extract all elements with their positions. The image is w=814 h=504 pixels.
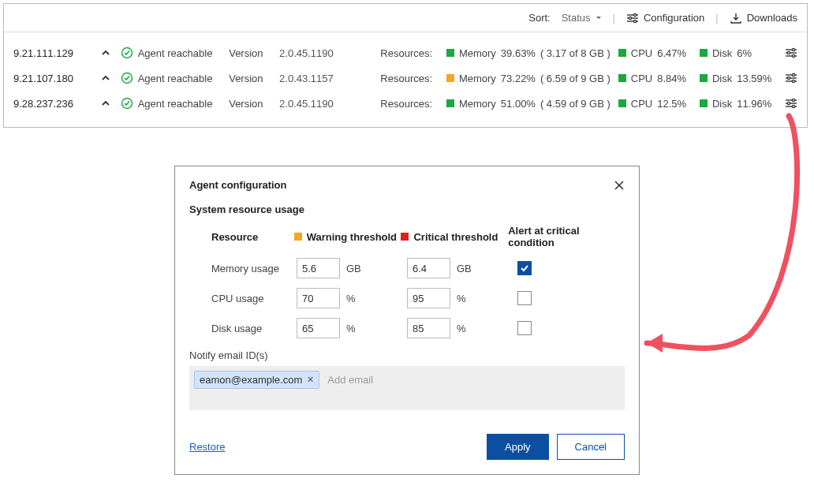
disk-status-icon bbox=[700, 99, 708, 107]
warning-input-group: % bbox=[297, 288, 407, 308]
agent-rows: 9.21.111.129Agent reachableVersion2.0.45… bbox=[4, 32, 807, 127]
agent-config-dialog: Agent configuration System resource usag… bbox=[174, 166, 640, 475]
cpu-metric: CPU6.47% bbox=[618, 47, 692, 59]
disk-status-icon bbox=[700, 49, 708, 57]
cpu-status-icon bbox=[618, 49, 626, 57]
critical-unit: % bbox=[457, 323, 466, 334]
critical-input[interactable] bbox=[407, 318, 450, 338]
email-input[interactable] bbox=[324, 371, 463, 389]
dialog-footer: Restore Apply Cancel bbox=[175, 413, 639, 474]
threshold-label: CPU usage bbox=[211, 293, 297, 304]
warning-input[interactable] bbox=[297, 318, 340, 338]
version-label: Version bbox=[229, 98, 271, 110]
disk-status-icon bbox=[700, 74, 708, 82]
check-circle-icon bbox=[121, 97, 133, 110]
agents-panel: Sort: Status | Configuration | Downloads… bbox=[3, 3, 808, 128]
sliders-icon bbox=[785, 73, 797, 84]
configuration-label: Configuration bbox=[644, 12, 704, 24]
alert-checkbox[interactable] bbox=[517, 321, 532, 335]
svg-point-1 bbox=[633, 13, 636, 16]
sliders-icon bbox=[785, 47, 797, 58]
notify-label: Notify email ID(s) bbox=[189, 349, 625, 361]
agent-status: Agent reachable bbox=[121, 97, 221, 110]
close-button[interactable] bbox=[614, 180, 625, 191]
threshold-label: Disk usage bbox=[211, 323, 297, 334]
alert-checkbox[interactable] bbox=[517, 261, 532, 275]
separator: | bbox=[613, 12, 615, 24]
configuration-button[interactable]: Configuration bbox=[626, 12, 704, 24]
apply-button[interactable]: Apply bbox=[487, 434, 549, 460]
downloads-button[interactable]: Downloads bbox=[730, 12, 797, 24]
svg-point-26 bbox=[792, 105, 794, 107]
warning-color-icon bbox=[294, 233, 302, 241]
alert-cell bbox=[517, 291, 532, 305]
threshold-row: Disk usage%% bbox=[189, 318, 625, 338]
critical-input[interactable] bbox=[407, 288, 450, 308]
memory-status-icon bbox=[446, 74, 454, 82]
agent-status: Agent reachable bbox=[121, 72, 221, 84]
expand-toggle[interactable] bbox=[99, 99, 113, 107]
critical-unit: GB bbox=[457, 263, 472, 274]
threshold-rows: Memory usageGBGBCPU usage%%Disk usage%% bbox=[189, 258, 625, 338]
chevron-down-icon bbox=[596, 15, 602, 21]
expand-toggle[interactable] bbox=[99, 74, 113, 82]
memory-status-icon bbox=[446, 49, 454, 57]
close-icon bbox=[614, 180, 625, 191]
row-config-button[interactable] bbox=[785, 98, 797, 109]
check-circle-icon bbox=[121, 47, 133, 59]
svg-point-17 bbox=[787, 77, 790, 79]
warning-input-group: GB bbox=[297, 258, 407, 278]
email-chip: eamon@example.com ✕ bbox=[194, 371, 319, 389]
download-icon bbox=[730, 13, 742, 24]
agent-row: 9.28.237.236Agent reachableVersion2.0.45… bbox=[4, 91, 807, 116]
sort-value: Status bbox=[562, 12, 591, 24]
email-box[interactable]: eamon@example.com ✕ bbox=[189, 366, 625, 410]
svg-point-24 bbox=[787, 102, 790, 104]
agent-row: 9.21.107.180Agent reachableVersion2.0.43… bbox=[4, 65, 807, 91]
alert-cell bbox=[517, 321, 532, 335]
memory-metric: Memory51.00%( 4.59 of 9 GB ) bbox=[446, 98, 610, 110]
remove-email-button[interactable]: ✕ bbox=[307, 375, 314, 385]
resources-label: Resources: bbox=[380, 73, 439, 84]
version-value: 2.0.43.1157 bbox=[279, 73, 349, 84]
sort-dropdown[interactable]: Status bbox=[562, 12, 602, 24]
warning-unit: % bbox=[346, 323, 356, 334]
expand-toggle[interactable] bbox=[99, 49, 113, 57]
svg-point-12 bbox=[792, 54, 794, 57]
critical-input-group: % bbox=[407, 288, 517, 308]
threshold-label: Memory usage bbox=[211, 263, 297, 274]
dialog-header: Agent configuration bbox=[175, 166, 639, 199]
restore-link[interactable]: Restore bbox=[189, 441, 226, 453]
version-label: Version bbox=[229, 47, 271, 59]
memory-status-icon bbox=[446, 99, 454, 107]
version-value: 2.0.45.1190 bbox=[279, 98, 349, 110]
section-title: System resource usage bbox=[189, 203, 625, 215]
memory-metric: Memory39.63%( 3.17 of 8 GB ) bbox=[446, 47, 610, 59]
dialog-body: System resource usage Resource Warning t… bbox=[175, 199, 639, 413]
hdr-warning: Warning threshold bbox=[294, 231, 401, 243]
critical-color-icon bbox=[401, 233, 409, 241]
warning-input[interactable] bbox=[297, 288, 340, 308]
cancel-button[interactable]: Cancel bbox=[557, 434, 625, 460]
warning-unit: GB bbox=[346, 263, 361, 274]
chevron-up-icon bbox=[101, 99, 110, 107]
threshold-row: Memory usageGBGB bbox=[189, 258, 625, 278]
resources-label: Resources: bbox=[380, 98, 439, 110]
alert-checkbox[interactable] bbox=[517, 291, 532, 305]
svg-point-10 bbox=[787, 51, 790, 54]
critical-input[interactable] bbox=[407, 258, 450, 278]
agent-status: Agent reachable bbox=[121, 47, 221, 59]
separator: | bbox=[715, 12, 718, 24]
critical-unit: % bbox=[457, 293, 466, 304]
threshold-row: CPU usage%% bbox=[189, 288, 625, 308]
footer-buttons: Apply Cancel bbox=[487, 434, 625, 460]
cpu-status-icon bbox=[618, 99, 626, 107]
disk-metric: Disk13.59% bbox=[700, 73, 777, 84]
warning-input[interactable] bbox=[297, 258, 340, 278]
alert-cell bbox=[517, 261, 532, 275]
svg-point-19 bbox=[792, 80, 794, 82]
row-config-button[interactable] bbox=[785, 47, 797, 58]
cpu-metric: CPU8.84% bbox=[618, 73, 692, 84]
row-config-button[interactable] bbox=[785, 73, 797, 84]
sliders-icon bbox=[785, 98, 797, 109]
